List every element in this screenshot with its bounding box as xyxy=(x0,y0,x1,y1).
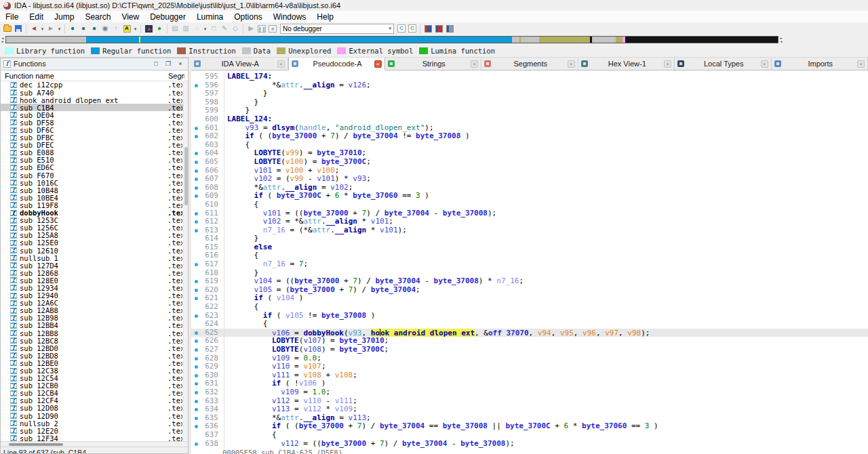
breakpoints-icon[interactable]: ▤ xyxy=(170,23,180,34)
code-line[interactable]: 612v102 = *&attr.__align * v101; xyxy=(191,218,868,226)
functions-horizontal-scrollbar[interactable] xyxy=(1,441,188,447)
code-line[interactable]: 625v106 = dobbyHook(v93, hook_android_dl… xyxy=(191,329,868,337)
code-line[interactable]: 632v109 = 1.0; xyxy=(191,388,868,397)
tab-imports[interactable]: Imports× xyxy=(772,58,868,70)
function-row[interactable]: fsub_1016C.text xyxy=(1,179,188,186)
tab-hex-view-1[interactable]: Hex View-1× xyxy=(578,58,675,70)
function-row[interactable]: fsub_12BB8.text xyxy=(1,329,188,337)
save-desktop-icon[interactable] xyxy=(444,23,455,34)
function-row[interactable]: fdec_i12cpp.text xyxy=(1,81,188,89)
function-row[interactable]: fsub_12868.text xyxy=(1,269,188,276)
function-row[interactable]: fsub_12F34.text xyxy=(1,434,188,441)
tab-strings[interactable]: Strings× xyxy=(385,58,482,70)
code-line[interactable]: 601v93 = dlsym(handle, "android_dlopen_e… xyxy=(191,124,868,133)
function-row[interactable]: fsub_DFEC.text xyxy=(1,142,188,149)
code-line[interactable]: 617n7_16 = 7; xyxy=(191,260,868,269)
function-row[interactable]: fsub_12934.text xyxy=(1,284,188,291)
code-line[interactable]: 634v113 = v112 * v109; xyxy=(191,405,868,414)
function-row[interactable]: fsub_12C54.text xyxy=(1,375,188,382)
code-line[interactable]: 595LABEL_174: xyxy=(191,73,868,81)
code-line[interactable]: 615else xyxy=(191,243,868,252)
start-process-icon[interactable]: ▶ xyxy=(245,23,256,34)
jump-name-icon[interactable]: ● xyxy=(78,23,89,34)
code-line[interactable]: 599} xyxy=(191,106,868,115)
navigate-back-icon[interactable]: ◄ xyxy=(28,23,39,34)
stack-trace-icon[interactable]: ▥ xyxy=(180,23,191,34)
function-row[interactable]: fsub_10B48.text xyxy=(1,186,188,194)
function-row[interactable]: fsub_12CB4.text xyxy=(1,390,188,397)
navigate-back-dropdown[interactable]: ▾ xyxy=(39,23,45,34)
code-line[interactable]: 600LABEL_124: xyxy=(191,115,868,124)
code-line[interactable]: 628v109 = 0.0; xyxy=(191,354,868,363)
lumina-icon[interactable]: ● xyxy=(154,23,165,34)
function-row[interactable]: fsub_DF6C.text xyxy=(1,126,188,133)
navigation-band[interactable] xyxy=(5,36,778,43)
tab-close-icon[interactable]: × xyxy=(374,60,382,68)
code-line[interactable]: 614} xyxy=(191,234,868,243)
tab-close-icon[interactable]: × xyxy=(471,60,478,68)
function-row[interactable]: fdobbyHook.text xyxy=(1,209,188,216)
scrollbar-thumb[interactable] xyxy=(184,147,188,205)
code-line[interactable]: 629v110 = v107; xyxy=(191,363,868,371)
code-line[interactable]: 636if ( (byte_37000 + 7) / byte_37004 ==… xyxy=(191,422,868,431)
function-row[interactable]: fsub_12C38.text xyxy=(1,367,188,374)
functions-column-header[interactable]: Function name Segment xyxy=(1,70,188,81)
code-line[interactable]: 597} xyxy=(191,89,868,98)
code-line[interactable]: 604LOBYTE(v99) = byte_37010; xyxy=(191,149,868,158)
open-file-icon[interactable] xyxy=(2,23,13,34)
debug-views-dropdown[interactable]: ▾ xyxy=(202,23,208,34)
tab-close-icon[interactable]: × xyxy=(857,60,865,68)
code-line[interactable]: 608*&attr.__align = v102; xyxy=(191,184,868,192)
tab-pseudocode-a[interactable]: Pseudocode-A× xyxy=(288,58,385,70)
code-line[interactable]: 619v104 = ((byte_37000 + 7) / byte_37004… xyxy=(191,277,868,286)
function-row[interactable]: fsub_DE04.text xyxy=(1,111,188,119)
code-line[interactable]: 606v101 = v100 + v100; xyxy=(191,167,868,176)
function-row[interactable]: fsub_12A6C.text xyxy=(1,300,188,307)
function-row[interactable]: fsub_10BE4.text xyxy=(1,194,188,201)
jump-xref-icon[interactable]: ◉ xyxy=(100,23,111,34)
band-right-arrows-icon[interactable]: ▸◂ xyxy=(778,37,784,43)
function-row[interactable]: fsub_ED6C.text xyxy=(1,164,188,171)
menu-item-edit[interactable]: Edit xyxy=(24,11,49,22)
modules-icon[interactable]: □ xyxy=(208,23,219,34)
code-line[interactable]: 609if ( byte_3700C + 6 * byte_37060 == 3… xyxy=(191,192,868,201)
code-line[interactable]: 610{ xyxy=(191,201,868,209)
function-row[interactable]: fsub_125E0.text xyxy=(1,239,188,247)
code-line[interactable]: 624{ xyxy=(191,320,868,329)
function-row[interactable]: fsub_12CF4.text xyxy=(1,397,188,405)
jump-address-icon[interactable]: ● xyxy=(67,23,78,34)
function-row[interactable]: fsub_12E20.text xyxy=(1,427,188,434)
script-command-icon[interactable]: C xyxy=(407,23,418,34)
menu-item-windows[interactable]: Windows xyxy=(268,11,312,22)
desktop-layout-icon[interactable] xyxy=(422,23,433,34)
tab-local-types[interactable]: Local Types× xyxy=(675,58,772,70)
code-line[interactable]: 621if ( v104 ) xyxy=(191,294,868,303)
function-row[interactable]: fsub_12BD8.text xyxy=(1,352,188,359)
pause-process-icon[interactable]: ❚❚ xyxy=(256,23,267,34)
code-line[interactable]: 638v112 = ((byte_37000 + 7) / byte_37004… xyxy=(191,440,868,449)
code-line[interactable]: 623if ( v105 != byte_37008 ) xyxy=(191,312,868,321)
menu-item-options[interactable]: Options xyxy=(229,11,267,22)
code-line[interactable]: 622{ xyxy=(191,303,868,312)
code-line[interactable]: 637{ xyxy=(191,431,868,440)
ida-view-window-icon[interactable] xyxy=(143,23,154,34)
code-line[interactable]: 596*&attr.__align = v126; xyxy=(191,81,868,90)
function-row[interactable]: fsub_F670.text xyxy=(1,171,188,179)
debugger-selector[interactable]: No debugger▾ xyxy=(280,24,394,34)
analysis-options-icon[interactable]: A xyxy=(121,23,132,34)
function-row[interactable]: fsub_A740.text xyxy=(1,89,188,96)
watches-icon[interactable]: ◌ xyxy=(191,23,202,34)
code-line[interactable]: 603{ xyxy=(191,141,868,150)
code-line[interactable]: 607v102 = (v99 - v101) * v93; xyxy=(191,175,868,184)
code-line[interactable]: 626LOBYTE(v107) = byte_37010; xyxy=(191,337,868,346)
code-line[interactable]: 627LOBYTE(v108) = byte_3700C; xyxy=(191,346,868,354)
function-row[interactable]: fsub_125A8.text xyxy=(1,232,188,239)
function-row[interactable]: fsub_128E0.text xyxy=(1,276,188,284)
tab-segments[interactable]: Segments× xyxy=(481,58,578,70)
function-row[interactable]: fsub_12BC8.text xyxy=(1,337,188,344)
code-line[interactable]: 605LOBYTE(v100) = byte_3700C; xyxy=(191,158,868,167)
menu-item-file[interactable]: File xyxy=(0,11,24,22)
menu-item-debugger[interactable]: Debugger xyxy=(144,11,191,22)
code-line[interactable]: 631if ( !v106 ) xyxy=(191,379,868,388)
analysis-dropdown[interactable]: ▾ xyxy=(132,23,138,34)
